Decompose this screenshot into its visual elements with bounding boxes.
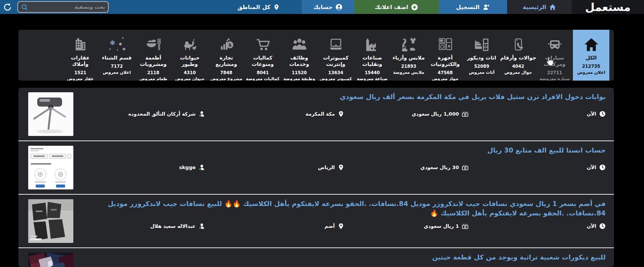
person-online-icon [199,111,205,117]
person-circle-icon [336,4,342,11]
listing-time-label: الآن [587,165,596,170]
category-count: 21893 [390,64,427,69]
category-label: كماليات ومنوعات [245,55,281,67]
listing-price: 1,000 ريال سعودي [344,111,468,117]
nav-account[interactable]: حسابك [302,0,354,14]
category-item-realestate[interactable]: عقارات وأملاك 1521 عقار معروض [62,30,99,81]
category-label: اثاث وديكور [463,55,500,61]
listing-thumbnail-instagram-dashboard[interactable] [28,146,73,189]
listing-thumbnail-mudflaps[interactable] [28,199,73,243]
category-count: 15440 [354,70,390,75]
category-unit: عقار معروض [62,76,99,81]
listing-thumbnail-decor[interactable] [28,253,73,267]
category-count: 8041 [245,70,281,75]
category-bar: الكل 212735 اعلان معروض سيارات ومركبات 2… [18,30,614,81]
snowflakes-icon: ❄ ❄ ✦ ✦ ✦ ❄ [99,34,135,53]
listing-title[interactable]: للبيع ديكورات شعبية تراثية ويوجد من كل ق… [81,253,606,262]
category-item-clothes[interactable]: ملابس وأزياء 21893 ملابس معروضة [390,30,427,81]
category-item-all[interactable]: الكل 212735 اعلان معروض [573,30,609,81]
listing-location-label: مكة المكرمة [305,111,335,117]
category-unit: سيارة معروضة [536,76,573,81]
listing-time-label: الآن [587,223,596,229]
category-item-furniture[interactable]: اثاث وديكور 52089 أثاث معروض [463,30,500,81]
category-unit: كماليات معروضة [245,76,281,81]
listing-title[interactable]: بوابات دخول الافراد ترن ستيل فلاب بريل ف… [81,92,606,102]
nav-register-label: التسجيل [456,4,479,11]
clock-icon [599,111,606,117]
category-item-food[interactable]: أطعمة ومشروبات 2118 طعام معروض [135,30,172,81]
food-icon [135,34,172,53]
category-count: 1521 [62,70,99,75]
category-item-winter[interactable]: ❄ ❄ ✦ ✦ ✦ ❄ قسم الشتاء 7172 اعلان معروض [99,30,135,81]
category-count: 4310 [172,70,208,75]
category-unit: أثاث معروض [463,70,500,75]
category-label: أطعمة ومشروبات [135,55,172,67]
category-label: جوالات وأرقام [500,55,536,61]
category-unit: وظيفة معروضة [281,76,317,81]
category-label: ملابس وأزياء [390,55,427,61]
money-icon [462,111,468,117]
listing-attributes: الآن 1,000 ريال سعودي مكة المكرمة شركة أ… [81,111,606,117]
category-unit: صناعة معروضة [354,76,390,81]
nav-register[interactable]: التسجيل [439,0,507,14]
listing-location-label: أضم [325,223,335,229]
category-item-business[interactable]: $ تجارة ومشاريع 7848 مشروع معروض [208,30,245,81]
category-label: قسم الشتاء [99,55,135,61]
listing-location: مكة المكرمة [205,111,344,117]
listing-title[interactable]: في أضم بسعر 1 ريال سعودي نسافات جيب لاند… [81,199,606,218]
brand-logo[interactable]: مستعمل [572,0,644,14]
category-item-electronics[interactable]: أجهزة والكترونيات 47568 جهاز معروض [427,30,463,81]
home-icon [549,4,556,11]
nav-home[interactable]: الرئيسية [507,0,572,14]
category-unit: جوال معروض [500,70,536,75]
listing-seller[interactable]: عبدالاله سعيد هلال [81,223,205,229]
category-item-animals[interactable]: حيوانات وطيور 4310 حيوان معروض [172,30,208,81]
category-item-cars[interactable]: سيارات ومركبات 22711 سيارة معروضة [536,30,573,81]
listing-row: للبيع ديكورات شعبية تراثية ويوجد من كل ق… [18,247,614,267]
clothes-icon [390,34,427,53]
listing-seller[interactable]: skgge [81,164,205,171]
chart-dollar-icon: $ [208,34,245,53]
listing-thumbnail-turnstile[interactable] [28,92,73,136]
clock-icon [599,164,606,171]
appliances-icon [427,34,463,53]
listing-time: الآن [468,111,606,117]
nav-add-ad-button[interactable]: اضف اعلانك [354,0,439,14]
category-item-computers[interactable]: كمبيوترات وإنترنت 13634 كمبيوتر معروض [317,30,354,81]
category-item-misc[interactable]: كماليات ومنوعات 8041 كماليات معروضة [245,30,281,81]
nav-all-regions[interactable]: كل المناطق [234,0,283,14]
location-pin-icon [273,4,279,11]
listing-row: حساب انستا للبيع الف متابع 30 ريال الآن … [18,140,614,194]
category-item-phones[interactable]: جوالات وأرقام 4042 جوال معروض [500,30,536,81]
category-label: تجارة ومشاريع [208,55,245,67]
category-unit: حيوان معروض [172,76,208,81]
refresh-icon[interactable] [3,3,12,12]
listings-panel: بوابات دخول الافراد ترن ستيل فلاب بريل ف… [18,88,614,267]
location-pin-icon [338,164,344,171]
building-icon [62,34,99,53]
plus-circle-icon [411,4,418,11]
category-count: 13634 [317,70,354,75]
listing-location: الرياض [205,164,344,171]
nav-all-regions-label: كل المناطق [237,4,270,11]
search-input[interactable] [29,4,105,10]
search-icon [21,4,28,11]
person-online-icon [199,223,205,229]
listing-seller[interactable]: شركة أركان التألق المحدوده [81,111,205,117]
category-unit: اعلان معروض [99,70,135,75]
nav-account-label: حسابك [313,4,333,11]
listing-time: الآن [468,223,606,229]
location-pin-icon [338,111,344,117]
category-unit: ملابس معروضة [390,70,427,75]
category-unit: مشروع معروض [208,76,245,81]
category-item-industry[interactable]: صناعات ونقليات 15440 صناعة معروضة [354,30,390,81]
category-count: 22711 [536,70,573,75]
listing-time-label: الآن [587,111,596,117]
category-label: وظائف وخدمات [281,55,317,67]
listing-title[interactable]: حساب انستا للبيع الف متابع 30 ريال [81,146,606,155]
car-icon [536,34,573,53]
listing-attributes: الآن 30 ريال سعودي الرياض skgge [81,164,606,171]
listing-location-label: الرياض [318,165,335,170]
category-item-jobs[interactable]: وظائف وخدمات 11520 وظيفة معروضة [281,30,317,81]
listing-attributes: الآن 1 ريال سعودي أضم عبدالاله سعيد هلال [81,223,606,229]
